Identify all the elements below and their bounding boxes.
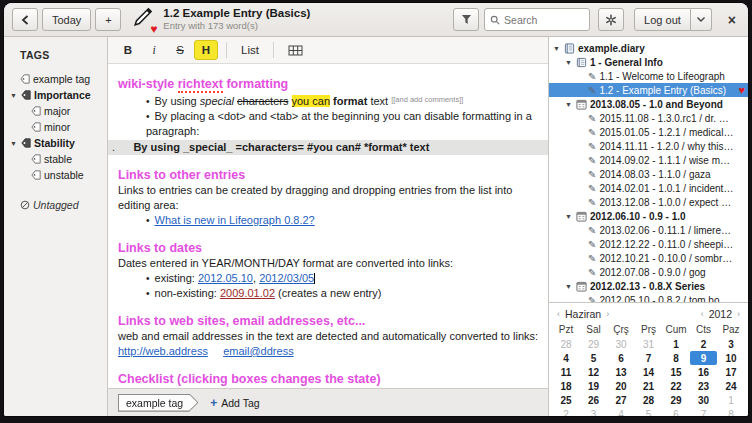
expander-icon[interactable]: ▼ [9, 140, 18, 147]
prev-year-button[interactable]: ‹ [701, 309, 704, 319]
filter-button[interactable] [453, 8, 479, 31]
entry-tree-row[interactable]: ✎2012.05.10 - 0.8.2 / tom bombadil [549, 293, 748, 303]
entry-tree-row[interactable]: ✎2015.11.08 - 1.3.0.rc1 / dr. overdose [549, 111, 748, 125]
entry-tree-row[interactable]: ✎2015.01.05 - 1.2.1 / medical complex [549, 125, 748, 139]
text-link[interactable]: email@ddress [223, 345, 293, 357]
calendar-day-cell[interactable]: 5 [635, 407, 663, 416]
calendar-day-cell[interactable]: 28 [552, 337, 580, 351]
logout-menu-button[interactable] [691, 8, 712, 31]
tags-item-major[interactable]: major [4, 103, 107, 119]
tag-chip[interactable]: example tag [118, 394, 198, 412]
tags-item-example-tag[interactable]: example tag [4, 71, 107, 87]
search-box[interactable] [484, 8, 590, 31]
calendar-day-cell[interactable]: 7 [690, 407, 718, 416]
entry-tree-row[interactable]: ✎2012.12.22 - 0.11.0 / sheepish docil... [549, 237, 748, 251]
calendar-day-cell[interactable]: 20 [607, 379, 635, 393]
calendar-day-cell[interactable]: 8 [662, 351, 690, 365]
add-entry-button[interactable]: + [95, 8, 121, 31]
add-tag-button[interactable]: + Add Tag [210, 396, 259, 410]
calendar-day-cell[interactable]: 27 [607, 393, 635, 407]
calendar-day-cell[interactable]: 15 [662, 365, 690, 379]
calendar-day-cell[interactable]: 21 [635, 379, 663, 393]
bold-button[interactable]: B [116, 40, 140, 60]
entry-tree-row[interactable]: ✎2014.09.02 - 1.1.1 / wise men don't... [549, 153, 748, 167]
table-button[interactable] [282, 40, 309, 60]
entry-tree-row[interactable]: ✎2013.02.06 - 0.11.1 / limerence in r'..… [549, 223, 748, 237]
window-close-button[interactable]: × [724, 12, 740, 28]
calendar-day-cell[interactable]: 4 [552, 351, 580, 365]
entry-tree-row[interactable]: ✎2013.12.08 - 1.0.0 / expect anything [549, 195, 748, 209]
entry-tree-row[interactable]: ▼1 - General Info [549, 55, 748, 69]
calendar-day-cell[interactable]: 23 [690, 379, 718, 393]
calendar-day-cell[interactable]: 29 [580, 337, 608, 351]
calendar-day-cell[interactable]: 14 [635, 365, 663, 379]
entry-tree-row[interactable]: ▼2012.06.10 - 0.9 - 1.0 [549, 209, 748, 223]
calendar-day-cell[interactable]: 17 [717, 365, 745, 379]
calendar-day-cell[interactable]: 19 [580, 379, 608, 393]
calendar-day-cell[interactable]: 4 [607, 407, 635, 416]
expander-icon[interactable]: ▼ [9, 92, 18, 99]
text-link[interactable]: 2012/03/05 [259, 272, 314, 284]
next-year-button[interactable]: › [737, 309, 740, 319]
expander-icon[interactable]: ▼ [564, 213, 573, 220]
list-button[interactable]: List [235, 40, 265, 60]
tags-item-importance[interactable]: ▼Importance [4, 87, 107, 103]
calendar-day-cell[interactable]: 18 [552, 379, 580, 393]
entry-tree-row[interactable]: ▼example.diary [549, 41, 748, 55]
expander-icon[interactable]: ▼ [564, 101, 573, 108]
calendar-day-cell[interactable]: 16 [690, 365, 718, 379]
calendar-day-cell[interactable]: 9 [690, 351, 718, 365]
text-link[interactable]: 2012.05.10 [198, 272, 253, 284]
calendar-day-cell[interactable]: 30 [690, 393, 718, 407]
calendar-day-cell[interactable]: 13 [607, 365, 635, 379]
calendar-day-cell[interactable]: 3 [717, 337, 745, 351]
text-link[interactable]: What is new in Lifeograph 0.8.2? [155, 214, 315, 226]
entry-tree-row[interactable]: ▼2013.08.05 - 1.0 and Beyond [549, 97, 748, 111]
calendar-day-cell[interactable]: 2 [552, 407, 580, 416]
strikethrough-button[interactable]: S [168, 40, 192, 60]
calendar-day-cell[interactable]: 31 [635, 337, 663, 351]
prev-month-button[interactable]: ‹ [557, 309, 560, 319]
previous-entry-button[interactable] [12, 8, 38, 31]
entry-tree-row[interactable]: ✎2014.08.03 - 1.1.0 / gaza [549, 167, 748, 181]
tools-button[interactable] [598, 8, 624, 31]
entry-tree-row[interactable]: ✎2014.11.11 - 1.2.0 / why this kolave... [549, 139, 748, 153]
calendar-day-cell[interactable]: 1 [662, 337, 690, 351]
calendar-day-cell[interactable]: 30 [607, 337, 635, 351]
today-button[interactable]: Today [42, 8, 91, 31]
entry-tree-row[interactable]: ✎2012.10.21 - 0.10.0 / sombrero [549, 251, 748, 265]
calendar-day-cell[interactable]: 10 [717, 351, 745, 365]
highlight-button[interactable]: H [194, 40, 218, 60]
text-link[interactable]: 2009.01.02 [220, 287, 275, 299]
entry-tree-row[interactable]: ✎1.1 - Welcome to Lifeograph [549, 69, 748, 83]
expander-icon[interactable]: ▼ [564, 283, 573, 290]
entry-tree-row[interactable]: ✎2014.02.01 - 1.0.1 / incident at nes... [549, 181, 748, 195]
entry-tree-row[interactable]: ▼2012.02.13 - 0.8.X Series [549, 279, 748, 293]
calendar-day-cell[interactable]: 2 [690, 337, 718, 351]
calendar-day-cell[interactable]: 29 [662, 393, 690, 407]
tags-item-stability[interactable]: ▼Stability [4, 135, 107, 151]
expander-icon[interactable]: ▼ [552, 45, 561, 52]
entry-tree-row[interactable]: ✎1.2 - Example Entry (Basics)♥ [549, 83, 748, 97]
calendar-day-cell[interactable]: 5 [580, 351, 608, 365]
calendar-day-cell[interactable]: 6 [662, 407, 690, 416]
calendar-day-cell[interactable]: 6 [607, 351, 635, 365]
calendar-day-cell[interactable]: 3 [580, 407, 608, 416]
tags-item-unstable[interactable]: unstable [4, 167, 107, 183]
calendar-day-cell[interactable]: 25 [552, 393, 580, 407]
calendar-day-cell[interactable]: 22 [662, 379, 690, 393]
search-input[interactable] [504, 14, 574, 26]
calendar-day-cell[interactable]: 12 [580, 365, 608, 379]
italic-button[interactable]: i [142, 40, 166, 60]
tags-item-minor[interactable]: minor [4, 119, 107, 135]
calendar-day-cell[interactable]: 1 [717, 393, 745, 407]
editor-content[interactable]: wiki-style richtext formatting•By using … [108, 64, 548, 388]
text-link[interactable]: http://web.address [118, 345, 208, 357]
tags-item-stable[interactable]: stable [4, 151, 107, 167]
entry-tree-row[interactable]: ✎2012.07.08 - 0.9.0 / gog [549, 265, 748, 279]
calendar-day-cell[interactable]: 8 [717, 407, 745, 416]
tags-item-untagged[interactable]: Untagged [4, 197, 107, 213]
calendar-day-cell[interactable]: 7 [635, 351, 663, 365]
calendar-day-cell[interactable]: 24 [717, 379, 745, 393]
calendar-day-cell[interactable]: 11 [552, 365, 580, 379]
